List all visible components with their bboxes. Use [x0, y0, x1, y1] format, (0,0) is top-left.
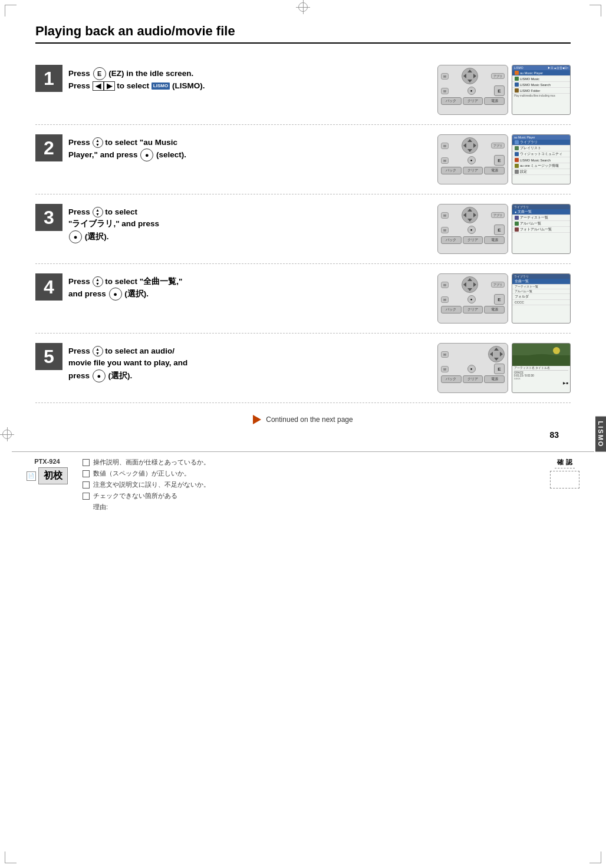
pk-mail-5: ✉	[441, 351, 449, 358]
phone-inner-3: ✉ アプリ ✉ ●	[441, 207, 505, 251]
continued-arrow-icon	[253, 415, 261, 424]
step-row-1: 1 Press E (EZ) in the idle screen. Press…	[35, 55, 571, 125]
updown-icon-2: ▲▼	[93, 137, 103, 148]
footer-校: 初校	[38, 467, 68, 484]
pk-e-3: E	[494, 225, 505, 235]
phone-soft-row-3: バック クリア 電源	[441, 236, 505, 244]
pk-soft-clear-2: クリア	[463, 167, 483, 174]
continued-text: Continued on the next page	[266, 415, 353, 424]
phone-mockup-1: ✉ アプリ ✉ ●	[437, 65, 508, 115]
pk-soft-clear-3: クリア	[463, 236, 483, 244]
step-row-4: 4 Press ▲▼ to select "全曲一覧," and press ●…	[35, 264, 571, 334]
pk-soft-power-5: 電源	[484, 375, 505, 383]
ez-key-icon: E	[93, 67, 106, 80]
pk-mail2-2: ✉	[441, 157, 449, 164]
checklist-item-2: 注意文や説明文に誤り、不足がないか。	[83, 480, 535, 489]
footer-kakunin: 確 認	[547, 458, 582, 489]
footer-model: PTX-924	[34, 458, 60, 465]
updown-icon-5: ▲▼	[93, 346, 103, 357]
step-text-3: Press ▲▼ to select "ライブラリ," and press ● …	[68, 204, 432, 243]
pk-mail-4: ✉	[441, 282, 449, 288]
pk-soft-back-3: バック	[441, 236, 462, 244]
pk-nav-5	[488, 346, 505, 362]
top-crosshair	[296, 0, 310, 14]
step-number-1: 1	[35, 65, 62, 92]
phone-mockup-2: ✉ アプリ ✉ ●	[437, 134, 508, 184]
step-visuals-4: ✉ アプリ ✉ ●	[437, 273, 571, 324]
phone-inner-5: ✉ ✉ ●	[441, 346, 505, 390]
pk-soft-power-3: 電源	[484, 236, 505, 244]
phone-soft-row-2: バック クリア 電源	[441, 167, 505, 174]
pk-e-4: E	[494, 294, 505, 305]
screen-mockup-2: au Music Player ライブラリ プレイリスト ウィジェットコミュニテ…	[512, 134, 571, 184]
pk-soft-power-4: 電源	[484, 306, 505, 313]
phone-mockup-3: ✉ アプリ ✉ ●	[437, 204, 508, 254]
phone-inner-4: ✉ アプリ ✉ ●	[441, 276, 505, 321]
pk-apuri-4: アプリ	[491, 282, 505, 288]
select-key-4: ●	[109, 288, 122, 301]
step-text-2: Press ▲▼ to select "au Music Player," an…	[68, 134, 432, 161]
check-box-3	[83, 493, 90, 500]
checklist-text-4: 理由:	[93, 503, 108, 511]
screen-item-2-5: au one ミュージック情報	[512, 163, 570, 169]
screen-item-3-4: フォトアルバム一覧	[512, 227, 570, 233]
step-row-5: 5 Press ▲▼ to select an audio/ movie fil…	[35, 334, 571, 403]
corner-mark-br	[589, 852, 601, 863]
screen-photo-5	[512, 344, 570, 366]
corner-mark-bl	[5, 852, 17, 863]
校-icon: 📄	[27, 471, 36, 481]
pk-soft-power-2: 電源	[484, 167, 505, 174]
step-visuals-3: ✉ アプリ ✉ ●	[437, 204, 571, 254]
pk-e-2: E	[494, 155, 505, 166]
screen-item-2-6: 設定	[512, 169, 570, 175]
corner-mark-tr	[589, 5, 601, 16]
screen-item-3-3: アルバム一覧	[512, 221, 570, 227]
checklist-item-4: 理由:	[83, 503, 535, 511]
step-text-1: Press E (EZ) in the idle screen. Press ◀…	[68, 65, 432, 92]
checklist-text-2: 注意文や説明文に誤り、不足がないか。	[93, 480, 210, 489]
lismo-tab: LISMO	[595, 416, 606, 452]
pk-soft-clear-4: クリア	[463, 306, 483, 313]
checklist-title-item: 操作説明、画面が仕様とあっているか。	[83, 458, 535, 467]
pk-アプリ: アプリ	[491, 73, 505, 79]
step-row-2: 2 Press ▲▼ to select "au Music Player," …	[35, 125, 571, 194]
pk-nav-3	[462, 207, 478, 223]
screen-mockup-5: アーティスト名 タイトル名 GRACE 0:01:23 / 0:02:30 XX…	[512, 343, 571, 393]
updown-icon-3: ▲▼	[93, 207, 103, 217]
page-title: Playing back an audio/movie file	[35, 24, 571, 44]
page-number: 83	[35, 430, 559, 440]
step-row-3: 3 Press ▲▼ to select "ライブラリ," and press …	[35, 194, 571, 264]
step-visuals-5: ✉ ✉ ●	[437, 343, 571, 393]
footer-校-container: 📄 初校	[27, 467, 68, 484]
pk-mail2-3: ✉	[441, 227, 449, 233]
pk-nav-4	[462, 276, 478, 293]
pk-mail2: ✉	[441, 88, 449, 94]
left-crosshair	[0, 427, 14, 441]
phone-soft-row-1: バック クリア 電源	[441, 97, 505, 105]
pk-mail-2: ✉	[441, 143, 449, 149]
bottom-footer: PTX-924 📄 初校 操作説明、画面が仕様とあっているか。 数値（スペック値…	[12, 451, 594, 520]
phone-inner-2: ✉ アプリ ✉ ●	[441, 137, 505, 181]
step-visuals-1: ✉ アプリ ✉ ●	[437, 65, 571, 115]
pk-nav-2	[462, 137, 478, 154]
screen-item-2-4: LISMO Music Search	[512, 157, 570, 163]
pk-soft-power: 電源	[484, 97, 505, 105]
pk-mail2-5: ✉	[441, 366, 449, 372]
phone-soft-row-4: バック クリア 電源	[441, 306, 505, 313]
checklist-title-text: 操作説明、画面が仕様とあっているか。	[93, 458, 210, 467]
screen-item-4-2: アーティスト一覧	[512, 285, 570, 289]
pk-soft-back-5: バック	[441, 375, 462, 383]
phone-mockup-4: ✉ アプリ ✉ ●	[437, 273, 508, 324]
continued-row: Continued on the next page	[35, 415, 571, 424]
screen-mockup-1: LISMO ▶日▲自営■日• au Music Player LISMO Mus…	[512, 65, 571, 115]
pk-mail-3: ✉	[441, 212, 449, 219]
screen-item-2-3: ウィジェットコミュニティ	[512, 151, 570, 157]
pk-soft-back-4: バック	[441, 306, 462, 313]
check-box-0	[83, 459, 90, 466]
check-box-1	[83, 470, 90, 477]
step-visuals-2: ✉ アプリ ✉ ●	[437, 134, 571, 184]
phone-mockup-5: ✉ ✉ ●	[437, 343, 508, 393]
pk-soft-back: バック	[441, 97, 462, 105]
checklist-item-1: 数値（スペック値）が正しいか。	[83, 469, 535, 478]
screen-header-3: ライブラリ	[512, 204, 570, 209]
